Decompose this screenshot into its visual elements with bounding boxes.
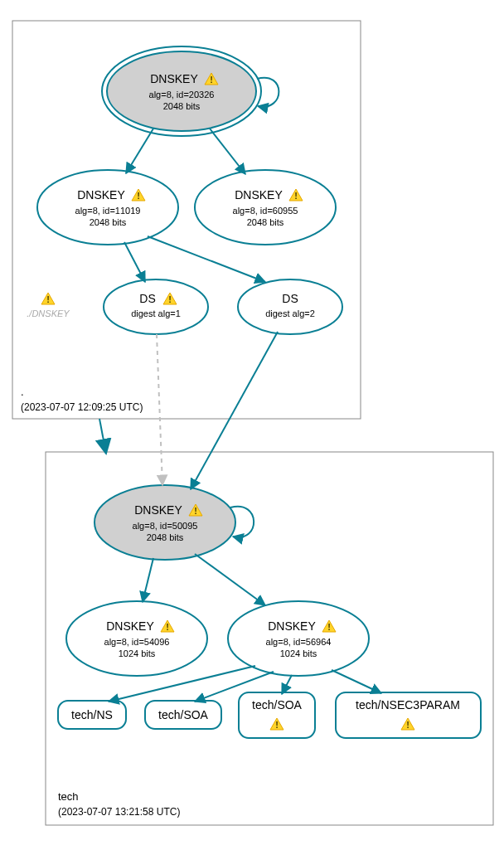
svg-text:tech/SOA: tech/SOA xyxy=(252,698,303,711)
svg-text:alg=8, id=20326: alg=8, id=20326 xyxy=(149,90,215,100)
edge-zone-arrow xyxy=(99,419,106,454)
svg-point-17 xyxy=(238,279,342,334)
svg-text:tech/NSEC3PARAM: tech/NSEC3PARAM xyxy=(356,698,460,711)
edge-dashed xyxy=(157,334,162,485)
svg-text:2048 bits: 2048 bits xyxy=(247,217,284,227)
edge xyxy=(124,242,145,282)
edge xyxy=(191,332,278,489)
node-root-zsk2: DNSKEY alg=8, id=60955 2048 bits xyxy=(195,170,336,245)
node-tech-ksk: DNSKEY alg=8, id=50095 2048 bits xyxy=(94,485,235,560)
svg-text:2048 bits: 2048 bits xyxy=(147,532,184,542)
svg-text:alg=8, id=54096: alg=8, id=54096 xyxy=(104,637,170,647)
edge xyxy=(282,675,292,694)
node-ds2: DS digest alg=2 xyxy=(238,279,342,334)
svg-text:tech/SOA: tech/SOA xyxy=(158,708,209,721)
node-tech-soa2: tech/SOA xyxy=(239,692,315,738)
svg-text:DNSKEY: DNSKEY xyxy=(134,503,182,517)
edge xyxy=(195,554,265,605)
edge xyxy=(210,129,245,174)
zone-timestamp-root: (2023-07-07 12:09:25 UTC) xyxy=(21,401,143,413)
zone-label-tech: tech xyxy=(58,790,79,803)
edge xyxy=(143,558,153,602)
svg-text:./DNSKEY: ./DNSKEY xyxy=(27,308,70,318)
svg-text:alg=8, id=11019: alg=8, id=11019 xyxy=(75,206,141,216)
node-tech-zsk2: DNSKEY alg=8, id=56964 1024 bits xyxy=(228,601,369,676)
svg-text:tech/NS: tech/NS xyxy=(71,708,113,721)
edge xyxy=(332,670,381,693)
svg-text:2048 bits: 2048 bits xyxy=(163,101,201,111)
svg-text:digest alg=2: digest alg=2 xyxy=(265,308,315,318)
edge xyxy=(126,129,153,173)
svg-text:1024 bits: 1024 bits xyxy=(119,648,156,658)
warn-icon xyxy=(41,293,55,304)
svg-text:2048 bits: 2048 bits xyxy=(90,217,127,227)
svg-text:DNSKEY: DNSKEY xyxy=(235,188,283,202)
zone-timestamp-tech: (2023-07-07 13:21:58 UTC) xyxy=(58,806,180,818)
node-tech-nsec3param: tech/NSEC3PARAM xyxy=(336,692,481,738)
svg-text:DNSKEY: DNSKEY xyxy=(150,72,198,85)
svg-text:alg=8, id=56964: alg=8, id=56964 xyxy=(266,637,332,647)
svg-text:digest alg=1: digest alg=1 xyxy=(131,308,181,318)
node-tech-zsk1: DNSKEY alg=8, id=54096 1024 bits xyxy=(66,601,207,676)
node-root-zsk1: DNSKEY alg=8, id=11019 2048 bits xyxy=(37,170,178,245)
svg-text:alg=8, id=50095: alg=8, id=50095 xyxy=(133,521,198,531)
svg-text:DNSKEY: DNSKEY xyxy=(106,619,154,633)
svg-text:alg=8, id=60955: alg=8, id=60955 xyxy=(233,206,298,216)
node-tech-ns: tech/NS xyxy=(58,701,126,729)
svg-text:DS: DS xyxy=(282,292,298,305)
svg-text:DS: DS xyxy=(139,292,155,305)
node-ds1: DS digest alg=1 xyxy=(104,279,208,334)
zone-label-root: . xyxy=(21,386,24,398)
svg-point-14 xyxy=(104,279,208,334)
node-tech-soa: tech/SOA xyxy=(145,701,221,729)
svg-text:DNSKEY: DNSKEY xyxy=(77,188,125,202)
svg-text:DNSKEY: DNSKEY xyxy=(268,619,316,633)
svg-text:1024 bits: 1024 bits xyxy=(280,648,317,658)
node-root-ksk: DNSKEY alg=8, id=20326 2048 bits xyxy=(102,46,261,136)
node-ghost-dnskey: ./DNSKEY xyxy=(27,293,70,318)
